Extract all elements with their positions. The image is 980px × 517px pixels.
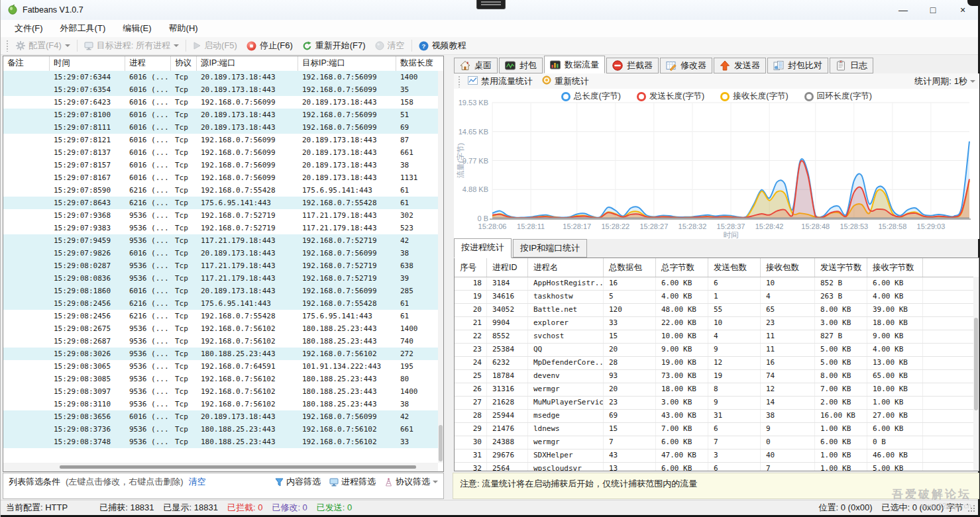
table-row[interactable]: 15:29:08:30659536 (...Tcp192.168.0.7:645…	[3, 360, 438, 373]
tab-封包比对[interactable]: 封包比对	[767, 58, 828, 73]
column-header[interactable]: 时间	[50, 56, 125, 71]
tab-修改器[interactable]: 修改器	[660, 58, 712, 73]
column-header[interactable]: 发送包数	[708, 258, 761, 277]
table-row[interactable]: 15:29:07:81006016 (...Tcp20.189.173.18:4…	[3, 109, 438, 121]
restat-button[interactable]: 重新统计	[537, 74, 594, 88]
stats-vertical-scrollbar[interactable]	[973, 277, 979, 471]
capture-vertical-scrollbar[interactable]	[438, 71, 443, 463]
table-row[interactable]: 15:29:08:08369536 (...Tcp117.21.179.18:4…	[3, 272, 438, 285]
filter-button[interactable]: 协议筛选	[384, 476, 438, 488]
table-row[interactable]: 2325384QQ209.00 KB9115.00 KB4.00 KB	[455, 344, 979, 357]
table-row[interactable]: 15:29:07:64236016 (...Tcp192.168.0.7:560…	[3, 96, 438, 109]
toolbar-button[interactable]: 清空	[370, 38, 409, 54]
maximize-button[interactable]: □	[918, 0, 948, 20]
screen-recorder-handle-icon[interactable]	[476, 0, 506, 9]
table-row[interactable]: 3024388wermgr76.00 KB706.00 KB0 B	[455, 436, 979, 449]
table-row[interactable]: 183184AppHostRegistr...166.00 KB610852 B…	[455, 277, 979, 291]
column-header[interactable]: 进程名	[528, 258, 604, 277]
table-row[interactable]: 246232MpDefenderCore...2819.00 KB12165.0…	[455, 357, 979, 370]
resize-grip[interactable]	[967, 504, 975, 512]
table-row[interactable]: 15:29:07:98266016 (...Tcp20.189.173.18:4…	[3, 247, 438, 259]
table-row[interactable]: 3129676SDXHelper4347.00 KB3401.00 KB46.0…	[455, 449, 979, 463]
scrollbar-thumb[interactable]	[439, 425, 443, 461]
stats-tab[interactable]: 按进程统计	[454, 238, 512, 258]
column-header[interactable]: 总字节数	[656, 258, 708, 277]
table-row[interactable]: 2721628MuMuPlayerService233.00 KB9142.00…	[455, 397, 979, 410]
column-header[interactable]: 源IP:端口	[197, 56, 298, 71]
table-row[interactable]: 15:29:07:81376016 (...Tcp192.168.0.7:560…	[3, 146, 438, 159]
toolbar-button[interactable]: 配置(F4)	[11, 38, 75, 54]
table-row[interactable]: 15:29:08:30269536 (...Tcp180.188.25.23:4…	[3, 348, 438, 360]
table-row[interactable]: 15:29:08:24566216 (...Tcp175.6.95.141:44…	[3, 297, 438, 310]
table-row[interactable]: 15:29:08:37369536 (...Tcp180.188.25.23:4…	[3, 423, 438, 436]
table-row[interactable]: 15:29:07:86436216 (...Tcp175.6.95.141:44…	[3, 197, 438, 209]
filter-button[interactable]: 内容筛选	[275, 476, 321, 488]
table-row[interactable]: 15:29:07:81116016 (...Tcp20.189.173.18:4…	[3, 121, 438, 134]
table-row[interactable]: 219904explorer3322.00 KB10233.00 KB18.00…	[455, 317, 979, 330]
toolbar-button[interactable]: 启动(F5)	[188, 38, 242, 54]
tab-日志[interactable]: 日志	[830, 58, 873, 73]
stat-period-select[interactable]: 统计周期: 1秒	[914, 73, 975, 89]
table-row[interactable]: 322564wpscloudsvr136.00 KB671.00 KB5.00 …	[455, 463, 979, 471]
legend-item[interactable]: 回环长度(字节)	[804, 91, 872, 102]
toolbar-button[interactable]: 目标进程: 所有进程	[80, 38, 184, 54]
table-row[interactable]: 2631316wermgr2018.00 KB8127.00 KB10.00 K…	[455, 383, 979, 397]
filter-clear-link[interactable]: 清空	[189, 476, 206, 488]
table-row[interactable]: 228552svchost1510.00 KB411827 B9.00 KB	[455, 330, 979, 344]
table-row[interactable]: 15:29:07:81216016 (...Tcp192.168.0.7:560…	[3, 134, 438, 146]
table-row[interactable]: 15:29:07:63546016 (...Tcp20.189.173.18:4…	[3, 83, 438, 96]
column-header[interactable]: 进程	[125, 56, 171, 71]
table-row[interactable]: 15:29:08:30859536 (...Tcp192.168.0.7:561…	[3, 373, 438, 385]
minimize-button[interactable]: —	[888, 0, 918, 20]
table-row[interactable]: 15:29:08:26759536 (...Tcp192.168.0.7:561…	[3, 322, 438, 335]
menu-item-2[interactable]: 编辑(E)	[114, 20, 160, 37]
column-header[interactable]: 备注	[3, 56, 50, 71]
scrollbar-thumb[interactable]	[974, 318, 978, 410]
column-header[interactable]: 数据长度	[396, 56, 443, 71]
table-row[interactable]: 15:29:07:81676016 (...Tcp192.168.0.7:560…	[3, 171, 438, 184]
tab-桌面[interactable]: 桌面	[454, 58, 498, 73]
table-row[interactable]: 15:29:08:36566016 (...Tcp20.189.173.18:4…	[3, 410, 438, 423]
disable-stats-button[interactable]: 禁用流量统计	[463, 74, 537, 88]
filter-button[interactable]: 进程筛选	[329, 476, 376, 488]
table-row[interactable]: 15:29:08:02879536 (...Tcp117.21.179.18:4…	[3, 259, 438, 272]
legend-item[interactable]: 接收长度(字节)	[720, 91, 788, 102]
toolbar-button[interactable]: 重新开始(F7)	[298, 38, 370, 54]
table-row[interactable]: 15:29:07:93689536 (...Tcp192.168.0.7:527…	[3, 209, 438, 222]
table-row[interactable]: 15:29:08:18606016 (...Tcp20.189.173.18:4…	[3, 285, 438, 297]
legend-item[interactable]: 发送长度(字节)	[637, 91, 704, 102]
toolbar-button[interactable]: ?视频教程	[414, 38, 471, 54]
table-row[interactable]: 15:29:08:26879536 (...Tcp192.168.0.7:561…	[3, 335, 438, 348]
capture-horizontal-scrollbar[interactable]	[3, 463, 438, 471]
table-row[interactable]: 2825944msedge6943.00 KB313816.00 KB27.00…	[455, 410, 979, 423]
table-row[interactable]: 2034052Battle.net12048.00 KB55658.00 KB3…	[455, 304, 979, 317]
toolbar-button[interactable]: 停止(F6)	[242, 38, 298, 54]
menu-item-3[interactable]: 帮助(H)	[160, 20, 207, 37]
table-row[interactable]: 15:29:08:31109536 (...Tcp192.168.0.7:561…	[3, 398, 438, 410]
table-row[interactable]: 1934616taskhostw54.00 KB14263 B4.00 KB	[455, 291, 979, 304]
scrollbar-thumb[interactable]	[60, 465, 416, 469]
column-header[interactable]: 总数据包	[604, 258, 656, 277]
table-row[interactable]: 15:29:08:24566216 (...Tcp192.168.0.7:554…	[3, 310, 438, 322]
tab-发送器[interactable]: 发送器	[714, 58, 766, 73]
table-row[interactable]: 15:29:07:94599536 (...Tcp117.21.179.18:4…	[3, 234, 438, 247]
column-header[interactable]: 接收包数	[761, 258, 815, 277]
column-header[interactable]: 进程ID	[487, 258, 528, 277]
tab-拦截器[interactable]: 拦截器	[606, 58, 659, 73]
table-row[interactable]: 2518784devenv9373.00 KB19748.00 KB65.00 …	[455, 370, 979, 383]
table-row[interactable]: 15:29:08:30979536 (...Tcp192.168.0.7:561…	[3, 385, 438, 398]
legend-item[interactable]: 总长度(字节)	[561, 91, 621, 102]
table-row[interactable]: 2921476ldnews157.00 KB691.00 KB6.00 KB	[455, 423, 979, 436]
table-row[interactable]: 15:29:07:81576016 (...Tcp192.168.0.7:560…	[3, 159, 438, 171]
table-row[interactable]: 15:29:07:63446016 (...Tcp20.189.173.18:4…	[3, 71, 438, 83]
column-header[interactable]: 接收字节数	[867, 258, 923, 277]
column-header[interactable]: 协议	[171, 56, 197, 71]
column-header[interactable]: 序号	[455, 258, 487, 277]
column-header[interactable]: 目标IP:端口	[298, 56, 396, 71]
column-header[interactable]: 发送字节数	[815, 258, 867, 277]
tab-封包[interactable]: 封包	[499, 58, 543, 73]
stats-tab[interactable]: 按IP和端口统计	[513, 239, 587, 258]
menu-item-1[interactable]: 外部工具(T)	[52, 20, 115, 37]
table-row[interactable]: 15:29:07:85906216 (...Tcp192.168.0.7:554…	[3, 184, 438, 197]
table-row[interactable]: 15:29:08:37489536 (...Tcp180.188.25.23:4…	[3, 436, 438, 448]
